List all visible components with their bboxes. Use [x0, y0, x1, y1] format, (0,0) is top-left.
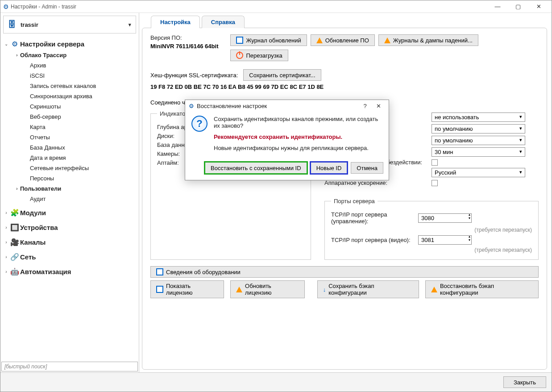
- network-icon: 🔗: [9, 253, 20, 261]
- power-icon: [236, 52, 243, 59]
- video-port-input[interactable]: 3081: [418, 235, 472, 245]
- dialog-help-button[interactable]: ?: [358, 103, 372, 109]
- nav-item[interactable]: ⌄⚙Настройки сервера: [0, 38, 139, 50]
- nav-item-label: Архив: [30, 62, 136, 69]
- question-icon: ?: [191, 116, 208, 132]
- main-panel: Настройка Справка Версия ПО: MiniNVR 761…: [139, 13, 552, 372]
- reboot-button[interactable]: Перезагрузка: [230, 50, 288, 61]
- nav-item[interactable]: ›Облако Трассир: [0, 50, 139, 60]
- nav-item[interactable]: Сетевые интерфейсы: [0, 163, 139, 173]
- nav-item-label: Модули: [20, 209, 136, 217]
- nav-item[interactable]: Отчеты: [0, 132, 139, 142]
- footer-close-button[interactable]: Закрыть: [503, 376, 546, 388]
- hwaccel-checkbox[interactable]: [432, 180, 438, 186]
- nav-item-label: Сеть: [20, 253, 136, 261]
- nav-item-label: Автоматизация: [20, 268, 136, 275]
- warning-icon: [384, 38, 390, 43]
- hwaccel-label: Аппаратное ускорение:: [324, 179, 432, 186]
- nav-item[interactable]: Аудит: [0, 194, 139, 204]
- crash-logs-button[interactable]: Журналы & дампы падений...: [378, 34, 478, 46]
- gear-icon: ⚙: [189, 103, 194, 109]
- nav-item[interactable]: Архив: [0, 60, 139, 71]
- nav-item-label: Синхронизация архива: [30, 93, 136, 100]
- close-button[interactable]: ✕: [528, 0, 549, 13]
- update-button[interactable]: Обновление ПО: [311, 34, 375, 46]
- dialog-title: Восстановление настроек: [197, 103, 358, 109]
- nav-item[interactable]: Скриншоты: [0, 101, 139, 112]
- window-title: Настройки - Admin - trassir: [11, 4, 487, 10]
- restart-hint-2: (требуется перезапуск): [331, 247, 532, 253]
- nav-item[interactable]: Запись сетевых каналов: [0, 81, 139, 91]
- restart-hint-1: (требуется перезапуск): [331, 227, 532, 233]
- nav-item[interactable]: ›Пользователи: [0, 183, 139, 194]
- nav-item[interactable]: База Данных: [0, 142, 139, 153]
- tab-settings[interactable]: Настройка: [151, 16, 200, 28]
- version-value: MiniNVR 7611/6146 64bit: [150, 43, 230, 50]
- nav-item[interactable]: ›🔗Сеть: [0, 251, 139, 263]
- third-select[interactable]: по умолчанию: [432, 136, 525, 145]
- box-icon: [156, 286, 163, 293]
- save-backup-button[interactable]: ↓Сохранить бэкап конфигурации: [317, 280, 419, 298]
- nav-item-label: Настройки сервера: [20, 40, 136, 48]
- nav-item-label: Аудит: [30, 196, 136, 202]
- warning-icon: [316, 38, 323, 43]
- nav-item[interactable]: Синхронизация архива: [0, 91, 139, 101]
- chevron-icon: ›: [3, 210, 9, 215]
- box-icon: [236, 37, 243, 44]
- minimize-button[interactable]: ―: [487, 0, 508, 13]
- mgmt-port-label: TCP/IP порт сервера (управление):: [331, 211, 418, 225]
- maximize-button[interactable]: ▢: [508, 0, 528, 13]
- ports-legend: Порты сервера: [331, 198, 378, 204]
- restore-keep-id-button[interactable]: Восстановить с сохраненными ID: [205, 162, 307, 174]
- nav-item[interactable]: Дата и время: [0, 153, 139, 163]
- nav-item-label: Скриншоты: [30, 103, 136, 110]
- nav-item[interactable]: ›🤖Автоматизация: [0, 266, 139, 278]
- version-label: Версия ПО:: [150, 34, 230, 41]
- hardware-info-button[interactable]: Сведения об оборудовании: [150, 266, 539, 278]
- update-license-button[interactable]: Обновить лицензию: [230, 280, 305, 298]
- nav-item[interactable]: ›🔲Устройства: [0, 221, 139, 234]
- changelog-button[interactable]: Журнал обновлений: [230, 34, 307, 46]
- lang-select[interactable]: Русский: [432, 168, 525, 177]
- tab-content: Версия ПО: MiniNVR 7611/6146 64bit Журна…: [142, 28, 547, 370]
- robot-icon: 🤖: [9, 267, 20, 276]
- user-select[interactable]: не использовать: [432, 113, 525, 122]
- nav-item[interactable]: iSCSI: [0, 71, 139, 81]
- logout-checkbox[interactable]: [432, 159, 438, 166]
- sidebar: 🗄 trassir ▾ ⌄⚙Настройки сервера›Облако Т…: [0, 13, 139, 372]
- nav-item-label: Веб-сервер: [30, 113, 136, 120]
- idle-select[interactable]: 30 мин: [432, 147, 525, 157]
- nav-item[interactable]: Веб-сервер: [0, 112, 139, 122]
- chevron-down-icon: ▾: [129, 22, 131, 28]
- save-cert-button[interactable]: Сохранить сертификат...: [243, 69, 321, 81]
- nav-item[interactable]: ›🎥Каналы: [0, 236, 139, 248]
- chevron-icon: ⌄: [3, 42, 9, 46]
- tab-help[interactable]: Справка: [202, 16, 245, 28]
- quick-search-input[interactable]: [быстрый поиск]: [1, 362, 138, 371]
- footer: Закрыть: [0, 372, 552, 392]
- nav-item[interactable]: ›🧩Модули: [0, 207, 139, 219]
- chevron-icon: ›: [14, 186, 20, 191]
- nav-item[interactable]: Персоны: [0, 173, 139, 183]
- nav-item-label: Персоны: [30, 175, 136, 182]
- restore-backup-button[interactable]: Восстановить бэкап конфигурации: [425, 280, 539, 298]
- show-license-button[interactable]: Показать лицензию: [150, 280, 224, 298]
- new-id-button[interactable]: Новые ID: [311, 162, 348, 174]
- nav-item-label: iSCSI: [30, 72, 136, 79]
- nav-item-label: Сетевые интерфейсы: [30, 165, 136, 171]
- disks-label: Диски:: [157, 133, 174, 139]
- server-selector[interactable]: 🗄 trassir ▾: [3, 16, 136, 33]
- devices-icon: 🔲: [9, 223, 20, 232]
- nav-item[interactable]: Карта: [0, 122, 139, 132]
- cancel-button[interactable]: Отмена: [351, 162, 383, 174]
- sound-select[interactable]: по умолчанию: [432, 124, 525, 133]
- chevron-icon: ›: [3, 225, 9, 230]
- video-port-label: TCP/IP порт сервера (видео):: [331, 237, 418, 243]
- ssl-hash-label: Хеш-функция SSL-сертификата:: [150, 72, 238, 79]
- nav-item-label: Пользователи: [20, 185, 136, 192]
- gear-icon: ⚙: [3, 3, 9, 10]
- nav-item-label: Устройства: [20, 224, 136, 231]
- mgmt-port-input[interactable]: 3080: [418, 213, 472, 223]
- dialog-close-button[interactable]: ✕: [372, 103, 385, 109]
- dialog-note: Новые идентификаторы нужны для репликаци…: [214, 145, 382, 151]
